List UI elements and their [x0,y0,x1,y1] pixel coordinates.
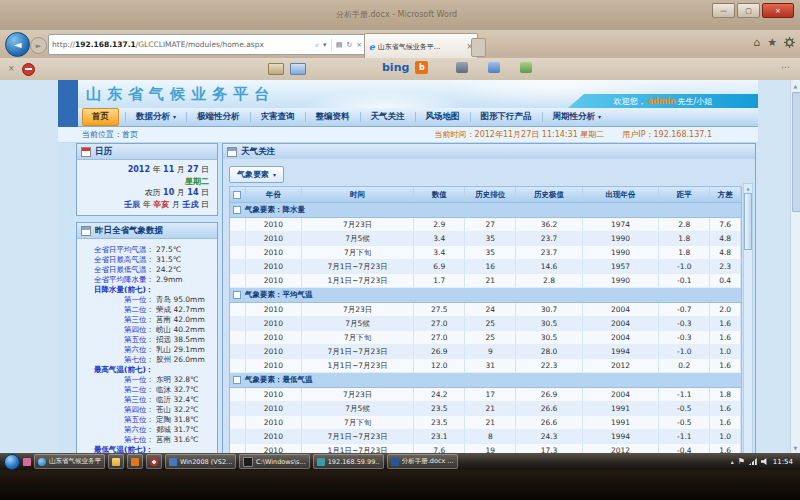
taskbar-button[interactable]: Win2008 (VS2... [165,454,236,469]
nav-separator [250,112,251,122]
weather-row: 第三位：临沂 32.4℃ [80,395,214,405]
maximize-button[interactable]: ▢ [737,3,760,18]
forward-button[interactable]: ► [30,37,47,54]
table-row[interactable]: 20101月1日~7月23日1.7212.81990-0.10.4 [230,274,741,288]
taskbar-button[interactable] [146,454,162,469]
panel-scrollbar[interactable]: ▲ ▼ [743,183,753,453]
table-cell: 2004 [582,388,659,402]
table-row[interactable]: 20107月下旬23.52126.61991-0.51.6 [230,416,741,430]
nav-item-6[interactable]: 风场地图 [417,109,469,125]
nav-item-1[interactable]: 数据分析▾ [127,109,185,125]
browser-scrollbar[interactable]: ▲ ▼ [790,80,800,453]
address-bar[interactable]: http://192.168.137.1/GLCCLIMATE/modules/… [48,34,368,55]
table-cell: 3.4 [414,246,465,260]
new-tab-button[interactable] [471,38,486,57]
browser-action-icons: ⌂ ★ [753,37,795,48]
nav-item-0[interactable]: 首页 [82,108,119,126]
nav-item-2[interactable]: 极端性分析 [188,109,249,125]
scrollbar-thumb[interactable] [792,92,800,212]
nav-item-4[interactable]: 整编资料 [307,109,359,125]
weather-subheading: 最低气温(前七)： [80,445,214,453]
nav-item-3[interactable]: 灾害查询 [252,109,304,125]
browser-tab[interactable]: e 山东省气候业务平... × [364,33,478,59]
table-row[interactable]: 20107月1日~7月23日6.91614.61957-1.02.3 [230,260,741,274]
scrollbar-thumb[interactable] [744,193,752,250]
vm-icon [169,458,177,466]
blocked-addon-icon[interactable] [22,63,35,76]
table-cell: 27.5 [414,303,465,317]
element-selector-button[interactable]: 气象要素 ▾ [229,166,284,183]
table-group-row[interactable]: 气象要素：最低气温 [230,373,741,388]
pink-taskbar-icon[interactable] [23,458,31,466]
scroll-up-icon[interactable]: ▲ [791,81,800,90]
table-row[interactable]: 20107月下旬3.43523.719901.84.8 [230,246,741,260]
action-center-flag-icon[interactable]: ⚑ [738,458,745,466]
volume-icon[interactable] [761,458,769,466]
hidden-icons-caret[interactable]: ▴ [731,458,734,465]
send-mail-icon[interactable] [290,63,306,75]
mail-icon[interactable] [268,63,284,75]
home-icon[interactable]: ⌂ [753,37,760,48]
taskbar-button[interactable]: 192.168.59.99... [313,454,384,469]
text-part: 壬辰 [124,200,140,209]
toolbar-overflow-icon[interactable]: ⋯ [781,62,790,72]
table-cell: 31 [465,359,516,373]
nav-item-8[interactable]: 周期性分析▾ [544,109,611,125]
scroll-up-icon[interactable]: ▲ [744,184,752,192]
refresh-icon[interactable]: ↻ [346,41,352,49]
gear-icon[interactable] [784,37,795,48]
table-group-row[interactable]: 气象要素：降水量 [230,203,741,218]
toolbar-app-icon[interactable] [456,62,468,73]
table-row[interactable]: 20107月5候3.43523.719901.84.8 [230,232,741,246]
taskbar-button[interactable] [108,454,124,469]
weather-row: 全省日最低气温：24.2℃ [80,265,214,275]
taskbar-button[interactable] [127,454,143,469]
compatibility-view-icon[interactable]: ▤ [336,41,343,49]
stop-icon[interactable]: × [356,41,362,49]
table-row[interactable]: 20107月1日~7月23日26.9928.01994-1.01.0 [230,345,741,359]
report-icon [81,226,91,236]
taskbar-button[interactable]: C:\Windows\s... [239,454,310,469]
back-button[interactable]: ◄ [5,32,30,57]
table-row[interactable]: 20107月23日27.52430.72004-0.72.0 [230,303,741,317]
table-row[interactable]: 20107月1日~7月23日23.1824.31994-1.11.0 [230,430,741,444]
taskbar-button[interactable]: 分析手册.docx ... [387,454,458,469]
search-dropdown-icon[interactable]: ▾ [323,41,327,49]
collapse-checkbox[interactable] [233,376,241,384]
toolbar-close-icon[interactable]: × [8,64,15,73]
collapse-checkbox[interactable] [233,206,241,214]
network-icon[interactable] [749,458,757,465]
nav-item-5[interactable]: 天气关注 [362,109,414,125]
taskbar-clock[interactable]: 11:54 [773,458,793,466]
table-row[interactable]: 20107月下旬27.02530.52004-0.31.6 [230,331,741,345]
weather-row: 全省平均降水量：2.9mm [80,275,214,285]
toolbar-app-icon[interactable] [488,62,500,73]
table-group-row[interactable]: 气象要素：平均气温 [230,288,741,303]
group-label: 气象要素：最低气温 [245,375,313,384]
table-cell: -0.3 [659,331,710,345]
table-row[interactable]: 20107月5候23.52126.61991-0.51.6 [230,402,741,416]
bing-logo[interactable]: bing [382,61,409,74]
text-part: 辛亥 [153,200,169,209]
collapse-checkbox[interactable] [233,291,241,299]
table-cell: 7月下旬 [301,331,413,345]
taskbar-button[interactable]: 山东省气候业务平... [34,454,105,469]
toolbar-app-icon[interactable] [520,62,532,73]
table-row[interactable]: 20101月1日~7月23日7.61917.32012-0.41.6 [230,444,741,454]
nav-item-7[interactable]: 图形下行产品 [472,109,541,125]
table-row[interactable]: 20101月1日~7月23日12.03122.320120.21.6 [230,359,741,373]
select-all-checkbox[interactable] [233,191,241,199]
search-icon[interactable]: ⌕ [315,41,319,49]
page-title: 山东省气候业务平台 [86,85,275,104]
bing-app-icon[interactable]: b [415,61,428,74]
weather-value: 2.9mm [156,275,183,285]
start-button[interactable] [4,454,20,470]
favorites-star-icon[interactable]: ★ [767,37,777,48]
welcome-username[interactable]: admin [648,97,676,106]
minimize-button[interactable]: — [712,3,735,18]
table-row[interactable]: 20107月23日2.92736.219742.87.6 [230,218,741,232]
close-button[interactable]: × [762,3,794,18]
table-row[interactable]: 20107月23日24.21726.92004-1.11.8 [230,388,741,402]
table-row[interactable]: 20107月5候27.02530.52004-0.31.6 [230,317,741,331]
scroll-down-icon[interactable]: ▼ [791,443,800,452]
